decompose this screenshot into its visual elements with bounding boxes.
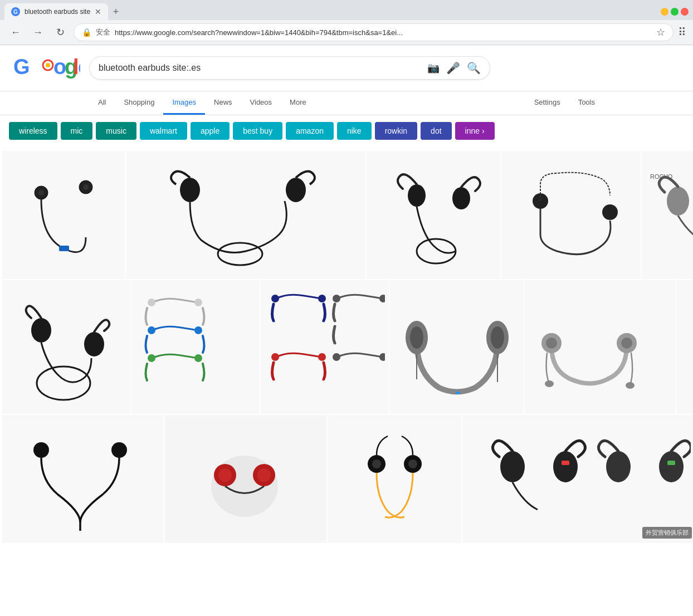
tab-close-button[interactable]: ✕ [95,7,101,16]
svg-point-10 [83,184,89,190]
tab-images[interactable]: Images [163,91,205,115]
image-item-15[interactable]: 外贸营销俱乐部 [462,415,693,543]
svg-point-24 [31,318,51,343]
camera-search-button[interactable]: 📷 [427,62,440,74]
grid-row-3: 外贸营销俱乐部 [0,415,693,543]
svg-point-17 [417,239,456,263]
svg-rect-11 [59,246,69,251]
chevron-right-icon: › [482,126,485,135]
chip-best-buy[interactable]: best buy [233,122,282,140]
bookmark-icon[interactable]: ☆ [656,26,665,38]
lock-icon: 🔒 [82,28,91,37]
back-button[interactable]: ← [7,23,25,41]
browser-tab[interactable]: G bluetooth earbuds site ✕ [4,3,108,20]
svg-point-36 [318,353,326,361]
image-item-6[interactable] [2,280,130,414]
window-minimize-button[interactable] [661,8,668,16]
svg-point-27 [148,299,155,306]
tab-all[interactable]: All [89,91,115,115]
image-item-14[interactable] [328,415,461,543]
svg-point-38 [379,295,385,302]
svg-text:G: G [13,55,29,79]
chip-inne-label: inne [465,126,480,135]
svg-point-40 [379,353,385,361]
address-bar: ← → ↻ 🔒 安全 https://www.google.com/search… [0,20,693,45]
image-item-9[interactable] [390,280,524,414]
svg-text:o: o [53,55,66,79]
svg-point-21 [667,187,689,216]
image-item-2[interactable] [126,151,365,279]
security-label: 安全 [96,27,110,37]
tab-news[interactable]: News [205,91,241,115]
svg-point-65 [408,459,417,468]
image-item-7[interactable] [131,280,260,414]
search-nav-tabs: All Shopping Images News Videos More Set… [0,91,693,115]
svg-point-47 [546,338,557,349]
chip-nike[interactable]: nike [337,122,372,140]
svg-point-39 [333,353,340,361]
chip-music[interactable]: music [96,122,136,140]
image-item-10[interactable] [525,280,675,414]
tab-settings[interactable]: Settings [525,91,569,115]
address-input-wrap[interactable]: 🔒 安全 https://www.google.com/search?newwi… [74,23,674,41]
image-item-4[interactable] [501,151,641,279]
google-logo: G o g l e [13,54,80,82]
image-item-1[interactable] [2,151,125,279]
tab-tools[interactable]: Tools [569,91,604,115]
chip-rowkin[interactable]: rowkin [375,122,417,140]
image-item-8[interactable] [261,280,389,414]
tab-title: bluetooth earbuds site [25,8,90,16]
chip-mic[interactable]: mic [61,122,93,140]
svg-point-51 [626,382,635,389]
new-tab-button[interactable]: + [108,4,124,19]
url-text: https://www.google.com/search?newwindow=… [115,28,652,37]
tab-more[interactable]: More [281,91,315,115]
browser-chrome: G bluetooth earbuds site ✕ + ← → ↻ 🔒 安全 … [0,0,693,45]
image-item-13[interactable] [165,415,326,543]
tab-shopping[interactable]: Shopping [115,91,163,115]
svg-point-12 [180,178,200,202]
svg-point-35 [271,353,279,361]
svg-point-56 [111,442,127,458]
image-item-5[interactable]: ROCVO [642,151,693,279]
svg-point-49 [621,338,632,349]
refresh-button[interactable]: ↻ [51,23,69,41]
image-item-12[interactable] [2,415,164,543]
svg-point-63 [372,459,381,468]
svg-point-59 [218,468,232,482]
search-input[interactable] [99,63,421,73]
chip-apple[interactable]: apple [191,122,230,140]
image-grid: ROCVO [0,146,693,549]
svg-text:l: l [73,55,78,79]
grid-row-2 [0,280,693,414]
image-item-3[interactable] [367,151,500,279]
svg-point-32 [194,354,202,362]
svg-point-14 [218,243,262,265]
search-button[interactable]: 🔍 [467,61,481,75]
chip-wireless[interactable]: wireless [9,122,57,140]
svg-point-55 [33,442,49,458]
chip-inne-next[interactable]: inne › [455,122,495,140]
chip-amazon[interactable]: amazon [286,122,334,140]
window-maximize-button[interactable] [671,8,679,16]
window-close-button[interactable] [681,8,689,16]
svg-point-30 [194,326,202,334]
forward-button[interactable]: → [29,23,47,41]
svg-point-15 [408,184,426,207]
image-item-11[interactable] [676,280,693,414]
address-icons: ☆ [656,26,665,38]
svg-point-34 [318,295,326,302]
google-header: G o g l e 📷 🎤 🔍 [0,45,693,91]
chip-walmart[interactable]: walmart [140,122,187,140]
chip-dot[interactable]: dot [421,122,451,140]
svg-text:e: e [78,55,80,79]
svg-point-44 [491,326,504,349]
svg-point-19 [602,204,618,220]
svg-point-69 [606,451,631,482]
voice-search-button[interactable]: 🎤 [446,61,460,75]
svg-point-42 [410,326,423,349]
tab-videos[interactable]: Videos [241,91,281,115]
search-box[interactable]: 📷 🎤 🔍 [89,56,490,80]
apps-button[interactable]: ⠿ [678,26,686,39]
svg-point-33 [271,295,279,302]
